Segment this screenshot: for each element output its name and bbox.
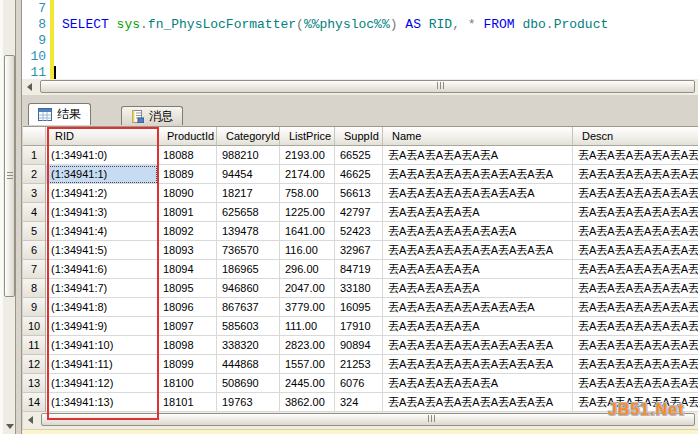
grid-cell-name[interactable]: 丟A丟A丟A丟A丟A xyxy=(383,279,573,298)
grid-cell-categoryid[interactable]: 18217 xyxy=(217,184,280,203)
grid-cell-rid[interactable]: (1:34941:8) xyxy=(46,298,158,317)
grid-cell-descn[interactable]: 丟A丟A丟A丟A丟A丟A丟A丟A丟A丟A xyxy=(573,355,698,374)
grid-cell-name[interactable]: 丟A丟A丟A丟A丟A xyxy=(383,203,573,222)
column-header-productid[interactable]: ProductId xyxy=(158,127,217,146)
grid-cell-productid[interactable]: 18091 xyxy=(158,203,217,222)
grid-cell-categoryid[interactable]: 444868 xyxy=(217,355,280,374)
grid-cell-descn[interactable]: 丟A丟A丟A丟A丟A丟A丟A丟A丟A丟A xyxy=(573,165,698,184)
grid-cell-rid[interactable]: (1:34941:7) xyxy=(46,279,158,298)
grid-cell-descn[interactable]: 丟A丟A丟A丟A丟A丟A丟A丟A丟A丟A xyxy=(573,317,698,336)
grid-cell-rid[interactable]: (1:34941:0) xyxy=(46,146,158,165)
grid-cell-name[interactable]: 丟A丟A丟A丟A丟A丟A丟A丟A丟A xyxy=(383,393,573,412)
grid-cell-categoryid[interactable]: 736570 xyxy=(217,241,280,260)
row-header[interactable]: 8 xyxy=(23,279,46,298)
grid-cell-rid[interactable]: (1:34941:2) xyxy=(46,184,158,203)
grid-cell-listprice[interactable]: 111.00 xyxy=(280,317,335,336)
grid-cell-rid[interactable]: (1:34941:1) xyxy=(46,165,158,184)
column-header-rid[interactable]: RID xyxy=(46,127,158,146)
grid-cell-descn[interactable]: 丟A丟A丟A丟A丟A丟A丟A丟A丟A丟A xyxy=(573,241,698,260)
scroll-left-button[interactable] xyxy=(25,414,39,426)
grid-cell-productid[interactable]: 18090 xyxy=(158,184,217,203)
grid-cell-rid[interactable]: (1:34941:12) xyxy=(46,374,158,393)
grid-cell-name[interactable]: 丟A丟A丟A丟A丟A丟A丟A丟A xyxy=(383,298,573,317)
grid-cell-categoryid[interactable]: 338320 xyxy=(217,336,280,355)
tab-results[interactable]: 结果 xyxy=(28,103,91,125)
scroll-down-button[interactable] xyxy=(4,421,15,432)
results-grid[interactable]: RIDProductIdCategoryIdListPriceSuppIdNam… xyxy=(23,126,698,412)
grid-cell-listprice[interactable]: 2193.00 xyxy=(280,146,335,165)
grid-cell-categoryid[interactable]: 139478 xyxy=(217,222,280,241)
grid-cell-name[interactable]: 丟A丟A丟A丟A丟A丟A xyxy=(383,146,573,165)
grid-cell-productid[interactable]: 18099 xyxy=(158,355,217,374)
horizontal-scrollbar-thumb[interactable] xyxy=(41,413,695,426)
grid-cell-categoryid[interactable]: 94454 xyxy=(217,165,280,184)
grid-cell-name[interactable]: 丟A丟A丟A丟A丟A丟A xyxy=(383,374,573,393)
row-header[interactable]: 6 xyxy=(23,241,46,260)
grid-cell-suppid[interactable]: 16095 xyxy=(335,298,383,317)
grid-cell-suppid[interactable]: 84719 xyxy=(335,260,383,279)
grid-cell-productid[interactable]: 18088 xyxy=(158,146,217,165)
row-header[interactable]: 14 xyxy=(23,393,46,412)
grid-cell-suppid[interactable]: 56613 xyxy=(335,184,383,203)
grid-cell-descn[interactable]: 丟A丟A丟A丟A丟A丟A丟A丟A丟A丟A xyxy=(573,146,698,165)
row-header[interactable]: 1 xyxy=(23,146,46,165)
column-header-suppid[interactable]: SuppId xyxy=(335,127,383,146)
grid-cell-productid[interactable]: 18093 xyxy=(158,241,217,260)
grid-cell-rid[interactable]: (1:34941:11) xyxy=(46,355,158,374)
grid-cell-name[interactable]: 丟A丟A丟A丟A丟A丟A丟A丟A丟A xyxy=(383,165,573,184)
vertical-scrollbar-thumb[interactable] xyxy=(4,55,15,297)
grid-cell-listprice[interactable]: 1225.00 xyxy=(280,203,335,222)
grid-cell-rid[interactable]: (1:34941:3) xyxy=(46,203,158,222)
grid-cell-suppid[interactable]: 21253 xyxy=(335,355,383,374)
column-header-name[interactable]: Name xyxy=(383,127,573,146)
grid-cell-suppid[interactable]: 6076 xyxy=(335,374,383,393)
grid-cell-suppid[interactable]: 42797 xyxy=(335,203,383,222)
grid-cell-rid[interactable]: (1:34941:6) xyxy=(46,260,158,279)
grid-cell-descn[interactable]: 丟A丟A丟A丟A丟A丟A丟A丟A丟A丟A xyxy=(573,222,698,241)
grid-cell-listprice[interactable]: 1557.00 xyxy=(280,355,335,374)
grid-cell-suppid[interactable]: 52423 xyxy=(335,222,383,241)
row-header[interactable]: 3 xyxy=(23,184,46,203)
grid-cell-categoryid[interactable]: 19763 xyxy=(217,393,280,412)
grid-cell-listprice[interactable]: 296.00 xyxy=(280,260,335,279)
grid-cell-listprice[interactable]: 758.00 xyxy=(280,184,335,203)
grid-cell-name[interactable]: 丟A丟A丟A丟A丟A丟A丟A丟A丟A xyxy=(383,336,573,355)
grid-cell-suppid[interactable]: 46625 xyxy=(335,165,383,184)
grid-cell-rid[interactable]: (1:34941:4) xyxy=(46,222,158,241)
tab-messages[interactable]: 消息 xyxy=(121,106,183,125)
row-header[interactable]: 13 xyxy=(23,374,46,393)
grid-cell-categoryid[interactable]: 186965 xyxy=(217,260,280,279)
grid-cell-categoryid[interactable]: 946860 xyxy=(217,279,280,298)
row-header[interactable]: 7 xyxy=(23,260,46,279)
grid-cell-productid[interactable]: 18100 xyxy=(158,374,217,393)
grid-cell-name[interactable]: 丟A丟A丟A丟A丟A丟A丟A xyxy=(383,222,573,241)
grid-cell-descn[interactable]: 丟A丟A丟A丟A丟A丟A丟A丟A丟A丟A xyxy=(573,298,698,317)
grid-cell-productid[interactable]: 18095 xyxy=(158,279,217,298)
grid-cell-name[interactable]: 丟A丟A丟A丟A丟A xyxy=(383,260,573,279)
row-header[interactable]: 10 xyxy=(23,317,46,336)
grid-cell-categoryid[interactable]: 867637 xyxy=(217,298,280,317)
grid-cell-categoryid[interactable]: 988210 xyxy=(217,146,280,165)
grid-cell-categoryid[interactable]: 585603 xyxy=(217,317,280,336)
results-horizontal-scrollbar[interactable] xyxy=(23,412,698,429)
column-header-listprice[interactable]: ListPrice xyxy=(280,127,335,146)
grid-cell-suppid[interactable]: 66525 xyxy=(335,146,383,165)
grid-cell-suppid[interactable]: 33180 xyxy=(335,279,383,298)
grid-cell-listprice[interactable]: 2047.00 xyxy=(280,279,335,298)
grid-cell-suppid[interactable]: 90894 xyxy=(335,336,383,355)
grid-corner-cell[interactable] xyxy=(23,127,46,146)
row-header[interactable]: 5 xyxy=(23,222,46,241)
row-header[interactable]: 2 xyxy=(23,165,46,184)
grid-cell-rid[interactable]: (1:34941:9) xyxy=(46,317,158,336)
column-header-descn[interactable]: Descn xyxy=(573,127,698,146)
row-header[interactable]: 9 xyxy=(23,298,46,317)
row-header[interactable]: 11 xyxy=(23,336,46,355)
grid-cell-name[interactable]: 丟A丟A丟A丟A丟A丟A丟A丟A xyxy=(383,184,573,203)
grid-cell-descn[interactable]: 丟A丟A丟A丟A丟A丟A丟A丟A丟A丟A xyxy=(573,374,698,393)
grid-cell-listprice[interactable]: 3862.00 xyxy=(280,393,335,412)
horizontal-scrollbar-thumb[interactable] xyxy=(40,80,695,93)
grid-cell-productid[interactable]: 18092 xyxy=(158,222,217,241)
grid-cell-name[interactable]: 丟A丟A丟A丟A丟A丟A丟A丟A丟A xyxy=(383,355,573,374)
grid-cell-rid[interactable]: (1:34941:5) xyxy=(46,241,158,260)
grid-cell-descn[interactable]: 丟A丟A丟A丟A丟A丟A丟A丟A丟A丟A xyxy=(573,203,698,222)
